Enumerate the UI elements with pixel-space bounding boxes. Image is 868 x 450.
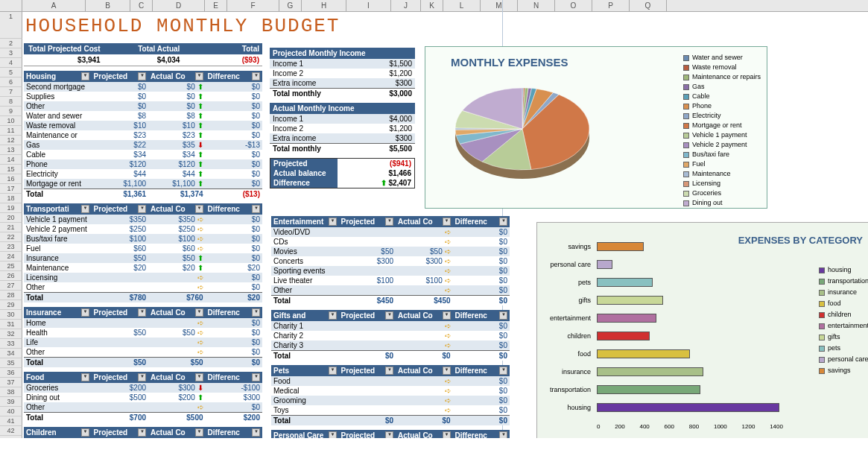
table-row[interactable]: Insurance $50 $50 ⬆ $0 — [24, 253, 262, 263]
table-row[interactable]: Life ➪ $0 — [24, 338, 262, 347]
filter-button[interactable] — [499, 431, 507, 438]
table-row[interactable]: Dining out $500 $200 ⬆ $300 — [24, 393, 262, 402]
filter-button[interactable] — [195, 205, 203, 213]
filter-button[interactable] — [81, 308, 89, 317]
filter-button[interactable] — [443, 367, 451, 375]
table-Gifts and: Gifts andProjectedActual CoDifferenc Cha… — [271, 310, 510, 361]
table-row[interactable]: Phone $120 $120 ⬆ $0 — [24, 159, 262, 169]
filter-button[interactable] — [252, 428, 260, 437]
table-row[interactable]: Licensing ➪ $0 — [24, 273, 262, 282]
table-row[interactable]: Fuel $60 $60 ➪ $0 — [24, 244, 262, 253]
table-total-row: Total $780 $760 $20 — [24, 292, 262, 302]
table-row[interactable]: Charity 1 ➪ $0 — [271, 321, 510, 331]
filter-button[interactable] — [138, 72, 146, 80]
table-row[interactable]: Electricity $44 $44 ⬆ $0 — [24, 169, 262, 179]
filter-button[interactable] — [195, 428, 203, 437]
table-row[interactable]: Grooming ➪ $0 — [271, 396, 510, 405]
table-row[interactable]: Toys ➪ $0 — [271, 405, 510, 415]
table-row[interactable]: Other ➪ $0 — [271, 285, 510, 295]
filter-button[interactable] — [499, 218, 507, 226]
table-Transportati: TransportatiProjectedActual CoDifferenc … — [24, 203, 262, 302]
table-row[interactable]: Health $50 $50 ➪ $0 — [24, 328, 262, 338]
table-total-row: Total $700 $500 $200 — [24, 412, 262, 422]
filter-button[interactable] — [81, 72, 89, 80]
filter-button[interactable] — [499, 311, 507, 320]
filter-button[interactable] — [443, 431, 451, 438]
table-row[interactable]: Maintenance $20 $20 ⬆ $20 — [24, 263, 262, 273]
filter-button[interactable] — [329, 311, 337, 320]
table-Pets: PetsProjectedActual CoDifferenc Food ➪ $… — [271, 365, 510, 425]
table-row[interactable]: Movies $50 $50 ➪ $0 — [271, 247, 510, 256]
filter-button[interactable] — [443, 218, 451, 226]
filter-button[interactable] — [195, 373, 203, 381]
table-row[interactable]: Supplies $0 $0 ⬆ $0 — [24, 92, 262, 101]
table-Entertainment: EntertainmentProjectedActual CoDifferenc… — [271, 216, 510, 305]
table-row[interactable]: Other ➪ $0 — [24, 402, 262, 412]
table-row[interactable]: Mortgage or rent $1,100 $1,100 ⬆ $0 — [24, 179, 262, 188]
table-total-row: Total $0 $0 $0 — [271, 415, 510, 425]
filter-button[interactable] — [252, 308, 260, 317]
filter-button[interactable] — [499, 367, 507, 375]
table-Insurance: InsuranceProjectedActual CoDifferenc Hom… — [24, 307, 262, 367]
table-total-row: Total $0 $0 $0 — [271, 350, 510, 361]
bar-legend: housingtransportationinsurancefoodchildr… — [819, 264, 868, 376]
table-row[interactable]: Water and sewer $8 $8 ⬆ $0 — [24, 111, 262, 121]
table-row[interactable]: Maintenance or $23 $23 ⬆ $0 — [24, 130, 262, 140]
table-Personal Care: Personal CareProjectedActual CoDifferenc — [271, 430, 510, 438]
expenses-by-category-chart[interactable]: EXPENSES BY CATEGORY savings personal ca… — [536, 222, 868, 438]
table-row[interactable]: Charity 2 ➪ $0 — [271, 331, 510, 340]
table-row[interactable]: Live theater $100 $100 ➪ $0 — [271, 276, 510, 285]
filter-button[interactable] — [252, 205, 260, 213]
pie-legend: Water and sewerWaste removalMaintenance … — [683, 53, 761, 208]
table-row[interactable]: Video/DVD ➪ $0 — [271, 227, 510, 237]
table-row[interactable]: Cable $34 $34 ⬆ $0 — [24, 150, 262, 159]
filter-button[interactable] — [252, 373, 260, 381]
table-row[interactable]: Concerts $300 $300 ➪ $0 — [271, 256, 510, 266]
filter-button[interactable] — [195, 308, 203, 317]
table-row[interactable]: Second mortgage $0 $0 ⬆ $0 — [24, 82, 262, 92]
filter-button[interactable] — [138, 373, 146, 381]
totals-header: Total Projected Cost Total Actual Total — [24, 43, 262, 54]
table-row[interactable]: Charity 3 ➪ $0 — [271, 340, 510, 350]
table-row[interactable]: Other $0 $0 ⬆ $0 — [24, 101, 262, 111]
table-row[interactable]: Food ➪ $0 — [271, 376, 510, 386]
filter-button[interactable] — [385, 311, 393, 320]
filter-button[interactable] — [81, 205, 89, 213]
table-row[interactable]: Medical ➪ $0 — [271, 386, 510, 396]
row-headers: 1234567891011121314151617181920212223242… — [0, 12, 22, 438]
table-row[interactable]: Sporting events ➪ $0 — [271, 266, 510, 276]
monthly-expenses-chart[interactable]: MONTHLY EXPENSES Water and sewerWaste re… — [425, 46, 767, 209]
table-row[interactable]: Waste removal $10 $10 ⬆ $0 — [24, 121, 262, 130]
table-row[interactable]: Gas $22 $35 ⬇ -$13 — [24, 140, 262, 150]
filter-button[interactable] — [329, 218, 337, 226]
table-Housing: HousingProjectedActual CoDifferenc Secon… — [24, 71, 262, 199]
bar-chart: savings personal care pets gifts enterta… — [597, 238, 783, 431]
table-row[interactable]: Bus/taxi fare $100 $100 ➪ $0 — [24, 234, 262, 244]
filter-button[interactable] — [329, 431, 337, 438]
filter-button[interactable] — [81, 373, 89, 381]
filter-button[interactable] — [195, 72, 203, 80]
column-headers: ABCDEFGHIJKLMNOPQ — [0, 0, 868, 12]
table-Children: ChildrenProjectedActual CoDifferenc — [24, 427, 262, 438]
filter-button[interactable] — [385, 367, 393, 375]
projected-income-box: Projected Monthly IncomeIncome 1$1,500In… — [270, 48, 415, 98]
filter-button[interactable] — [81, 428, 89, 437]
table-row[interactable]: Vehicle 1 payment $350 $350 ➪ $0 — [24, 215, 262, 224]
table-row[interactable]: Groceries $200 $300 ⬇ -$100 — [24, 383, 262, 393]
table-row[interactable]: Other ➪ $0 — [24, 282, 262, 292]
filter-button[interactable] — [443, 311, 451, 320]
filter-button[interactable] — [385, 218, 393, 226]
filter-button[interactable] — [138, 308, 146, 317]
filter-button[interactable] — [385, 431, 393, 438]
filter-button[interactable] — [252, 72, 260, 80]
filter-button[interactable] — [138, 205, 146, 213]
table-total-row: Total $1,361 $1,374 ($13) — [24, 188, 262, 199]
filter-button[interactable] — [138, 428, 146, 437]
table-row[interactable]: Other ➪ $0 — [24, 347, 262, 357]
filter-button[interactable] — [329, 367, 337, 375]
table-row[interactable]: Home ➪ $0 — [24, 318, 262, 328]
table-total-row: Total $450 $450 $0 — [271, 295, 510, 305]
table-row[interactable]: CDs ➪ $0 — [271, 237, 510, 247]
totals-values: $3,941 $4,034 ($93) — [24, 54, 262, 66]
table-row[interactable]: Vehicle 2 payment $250 $250 ➪ $0 — [24, 224, 262, 234]
